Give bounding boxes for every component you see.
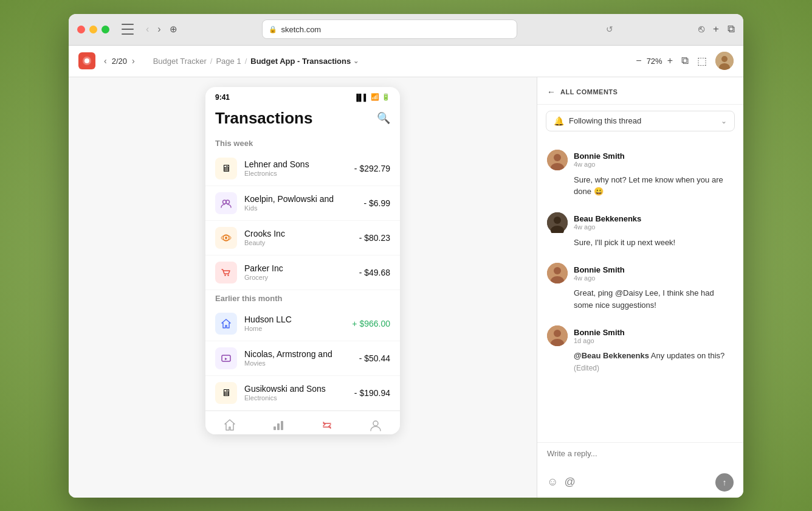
transaction-name: Parker Inc bbox=[244, 263, 352, 273]
list-item: Nicolas, Armstrong and Movies - $50.44 bbox=[205, 341, 400, 376]
breadcrumb-sep1: / bbox=[210, 57, 213, 66]
zoom-out-button[interactable]: − bbox=[636, 56, 641, 66]
mention-button[interactable]: @ bbox=[564, 476, 575, 488]
following-thread-bar[interactable]: 🔔 Following this thread ⌄ bbox=[546, 111, 735, 131]
address-bar[interactable]: 🔒 sketch.com bbox=[262, 19, 517, 39]
layout-toggle-button[interactable]: ⬚ bbox=[697, 55, 707, 68]
transaction-name: Hudson LLC bbox=[244, 315, 345, 324]
tabs-button[interactable]: ⧉ bbox=[728, 23, 735, 35]
external-link-button[interactable]: ⧉ bbox=[681, 55, 689, 67]
nav-profile-button[interactable] bbox=[369, 419, 382, 432]
following-text: Following this thread bbox=[569, 116, 716, 125]
maximize-button[interactable] bbox=[102, 26, 109, 33]
nav-stats-button[interactable] bbox=[272, 419, 285, 432]
chevron-down-icon: ⌄ bbox=[353, 57, 359, 65]
section-label-earlier: Earlier this month bbox=[205, 290, 400, 307]
share-button[interactable]: ⎋ bbox=[698, 23, 704, 35]
breadcrumb-current: Budget App - Transactions ⌄ bbox=[250, 57, 359, 66]
avatar bbox=[547, 150, 568, 170]
comment-author-block: Bonnie Smith 1d ago bbox=[574, 328, 625, 344]
wifi-icon: 📶 bbox=[371, 93, 379, 101]
mobile-time: 9:41 bbox=[215, 93, 230, 102]
comment-time: 4w ago bbox=[574, 274, 625, 282]
comment-author: Bonnie Smith bbox=[574, 328, 625, 337]
app-preview: 9:41 ▐▌▌ 📶 🔋 Transactions 🔍 This week bbox=[69, 77, 537, 498]
transaction-amount: - $49.68 bbox=[359, 268, 390, 277]
forward-button[interactable]: › bbox=[155, 23, 163, 36]
mobile-app-title: Transactions bbox=[215, 109, 312, 128]
svg-point-24 bbox=[554, 267, 561, 274]
comment-mention: @Beau Bekkenenks bbox=[574, 351, 649, 360]
battery-icon: 🔋 bbox=[382, 93, 390, 101]
send-button[interactable]: ↑ bbox=[715, 473, 734, 492]
svg-point-1 bbox=[84, 58, 89, 63]
zoom-control: − 72% + bbox=[636, 56, 673, 66]
transaction-info: Parker Inc Grocery bbox=[244, 263, 352, 281]
comment-author-block: Bonnie Smith 4w ago bbox=[574, 151, 625, 168]
transaction-category: Movies bbox=[244, 360, 352, 367]
app-toolbar: ‹ 2/20 › Budget Tracker / Page 1 / Budge… bbox=[69, 46, 743, 77]
emoji-button[interactable]: ☺ bbox=[547, 476, 558, 488]
list-item: Hudson LLC Home + $966.00 bbox=[205, 307, 400, 341]
next-page-button[interactable]: › bbox=[131, 55, 136, 67]
reply-input[interactable] bbox=[547, 449, 734, 467]
transaction-icon bbox=[215, 192, 237, 214]
comment-text: Great, ping @Daisy Lee, I think she had … bbox=[547, 287, 734, 311]
zoom-in-button[interactable]: + bbox=[667, 56, 673, 66]
minimize-button[interactable] bbox=[89, 26, 97, 33]
security-shield-icon: ⊕ bbox=[170, 24, 177, 35]
transaction-info: Lehner and Sons Electronics bbox=[244, 159, 347, 177]
breadcrumb-part1[interactable]: Budget Tracker bbox=[153, 57, 207, 66]
prev-page-button[interactable]: ‹ bbox=[103, 55, 108, 67]
transaction-amount: - $50.44 bbox=[359, 353, 390, 363]
bell-icon: 🔔 bbox=[554, 116, 564, 126]
transaction-info: Gusikowski and Sons Electronics bbox=[244, 384, 347, 401]
toolbar-right: − 72% + ⧉ ⬚ bbox=[636, 52, 734, 70]
close-button[interactable] bbox=[77, 26, 85, 33]
list-item: Parker Inc Grocery - $49.68 bbox=[205, 255, 400, 290]
svg-point-8 bbox=[225, 237, 227, 239]
transaction-amount: - $80.23 bbox=[359, 233, 390, 243]
app-logo bbox=[78, 52, 95, 69]
nav-transactions-button[interactable] bbox=[320, 419, 334, 432]
sidebar-toggle-button[interactable] bbox=[120, 24, 135, 35]
svg-point-3 bbox=[721, 56, 728, 62]
avatar bbox=[547, 325, 568, 346]
comment-meta: Bonnie Smith 4w ago bbox=[547, 150, 734, 170]
new-tab-button[interactable]: + bbox=[713, 23, 719, 35]
comment-author: Bonnie Smith bbox=[574, 151, 625, 161]
section-label-this-week: This week bbox=[205, 135, 400, 151]
transaction-category: Kids bbox=[244, 204, 356, 212]
svg-point-18 bbox=[554, 154, 561, 161]
back-button[interactable]: ‹ bbox=[143, 23, 151, 36]
zoom-level: 72% bbox=[647, 57, 662, 66]
comment-item: Bonnie Smith 1d ago @Beau Bekkenenks Any… bbox=[537, 318, 743, 381]
comment-text: Sure, why not? Let me know when you are … bbox=[547, 174, 734, 198]
page-navigation: ‹ 2/20 › bbox=[103, 55, 136, 67]
comment-item: Bonnie Smith 4w ago Great, ping @Daisy L… bbox=[537, 255, 743, 318]
chevron-down-icon: ⌄ bbox=[721, 117, 727, 125]
comments-header: ← ALL COMMENTS bbox=[537, 77, 743, 105]
svg-rect-14 bbox=[277, 423, 280, 430]
transaction-icon: 🖥 bbox=[215, 382, 237, 404]
back-to-comments-button[interactable]: ← bbox=[547, 87, 556, 97]
avatar bbox=[547, 263, 568, 283]
mobile-search-button[interactable]: 🔍 bbox=[377, 111, 390, 125]
breadcrumb-part2[interactable]: Page 1 bbox=[216, 57, 241, 66]
comment-meta: Beau Bekkenenks 4w ago bbox=[547, 212, 734, 233]
svg-point-16 bbox=[373, 421, 378, 426]
comment-text: @Beau Bekkenenks Any updates on this? (E… bbox=[547, 350, 734, 374]
signal-icon: ▐▌▌ bbox=[354, 94, 368, 101]
user-avatar-button[interactable] bbox=[715, 52, 734, 70]
reload-button[interactable]: ↺ bbox=[606, 24, 613, 34]
comment-author-block: Bonnie Smith 4w ago bbox=[574, 265, 625, 282]
list-item: 🖥 Gusikowski and Sons Electronics - $190… bbox=[205, 376, 400, 411]
transaction-amount: - $190.94 bbox=[354, 388, 390, 398]
transaction-icon bbox=[215, 347, 237, 369]
nav-home-button[interactable] bbox=[223, 419, 236, 432]
url-display: sketch.com bbox=[281, 25, 321, 34]
comment-meta: Bonnie Smith 1d ago bbox=[547, 325, 734, 346]
transaction-info: Hudson LLC Home bbox=[244, 315, 345, 332]
svg-point-27 bbox=[554, 330, 561, 337]
transaction-icon bbox=[215, 227, 237, 249]
